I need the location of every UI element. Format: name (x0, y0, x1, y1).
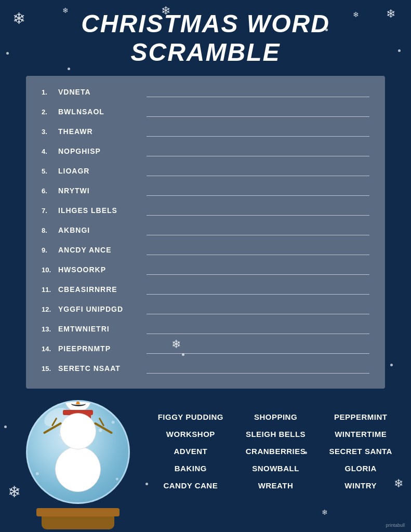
row-number: 15. (42, 365, 58, 373)
word-bank-item: SECRET SANTA (321, 445, 401, 458)
answer-line[interactable] (147, 304, 369, 314)
row-number: 5. (42, 167, 58, 175)
scrambled-word: CBEASIRNRRE (58, 285, 141, 294)
scramble-row: 9.ANCDY ANCE (42, 241, 369, 259)
scramble-row: 3.THEAWR (42, 123, 369, 140)
word-bank-item: PEPPERMINT (321, 410, 401, 423)
scramble-row: 13.EMTWNIETRI (42, 320, 369, 338)
word-bank-item: CANDY CANE (151, 479, 231, 492)
globe-snowflake: ❄ (38, 412, 43, 419)
answer-line[interactable] (147, 284, 369, 295)
globe-circle: ❄ ❄ ❄ ❄ ❄ ❄ (26, 400, 130, 504)
scramble-row: 11.CBEASIRNRRE (42, 281, 369, 298)
answer-line[interactable] (147, 185, 369, 196)
row-number: 11. (42, 286, 58, 294)
dot-decoration (398, 49, 401, 52)
scrambled-word: VDNETA (58, 88, 141, 96)
row-number: 1. (42, 88, 58, 96)
word-bank-item: SNOWBALL (236, 462, 316, 475)
word-bank-item: WREATH (236, 479, 316, 492)
answer-line[interactable] (147, 324, 369, 334)
dot-decoration (390, 364, 393, 366)
answer-line[interactable] (147, 343, 369, 354)
row-number: 2. (42, 108, 58, 116)
row-number: 10. (42, 266, 58, 274)
row-number: 13. (42, 325, 58, 333)
answer-line[interactable] (147, 225, 369, 235)
scramble-row: 5.LIOAGR (42, 162, 369, 180)
scramble-row: 7.ILHGES LBELS (42, 202, 369, 219)
globe-snowflake: ❄ (111, 420, 115, 425)
globe-snowflake: ❄ (35, 471, 39, 476)
answer-line[interactable] (147, 264, 369, 275)
word-bank-item: WINTRY (321, 479, 401, 492)
scramble-row: 10.HWSOORKP (42, 261, 369, 278)
answer-line[interactable] (147, 363, 369, 374)
dot-decoration (6, 52, 9, 55)
answer-line[interactable] (147, 205, 369, 216)
scrambled-word: YGGFI UNIPDGD (58, 305, 141, 313)
dot-decoration (145, 483, 148, 485)
dot-decoration (304, 451, 307, 454)
word-bank-item: SLEIGH BELLS (236, 428, 316, 441)
answer-line[interactable] (147, 87, 369, 97)
scrambled-word: SERETC NSAAT (58, 364, 141, 373)
snowman-body-upper (60, 413, 96, 449)
globe-base-top (36, 508, 120, 516)
word-bank-item: CRANBERRIES (236, 445, 316, 458)
row-number: 4. (42, 148, 58, 155)
bottom-section: ❄ ❄ ❄ ❄ ❄ ❄ (0, 395, 411, 532)
dot-decoration (68, 68, 70, 70)
word-bank-grid: FIGGY PUDDINGSHOPPINGPEPPERMINTWORKSHOPS… (151, 410, 401, 492)
globe-snowflake: ❄ (115, 477, 119, 482)
scrambled-word: THEAWR (58, 127, 141, 136)
snowman (55, 400, 101, 492)
printabull-logo: printabull (386, 523, 405, 528)
page-title: CHRISTMAS WORD SCRAMBLE (0, 0, 411, 72)
answer-line[interactable] (147, 126, 369, 137)
scramble-row: 6.NRYTWI (42, 182, 369, 200)
scramble-row: 4.NOPGHISP (42, 142, 369, 160)
word-bank: FIGGY PUDDINGSHOPPINGPEPPERMINTWORKSHOPS… (151, 400, 401, 492)
scramble-row: 1.VDNETA (42, 83, 369, 101)
page: ❄ ❄ ❄ ❄ ❄ CHRISTMAS WORD SCRAMBLE 1.VDNE… (0, 0, 411, 532)
scrambled-word: LIOAGR (58, 167, 141, 175)
row-number: 7. (42, 207, 58, 215)
answer-line[interactable] (147, 166, 369, 176)
scrambled-word: NRYTWI (58, 187, 141, 195)
word-bank-item: WORKSHOP (151, 428, 231, 441)
row-number: 9. (42, 246, 58, 254)
row-number: 12. (42, 305, 58, 313)
answer-line[interactable] (147, 146, 369, 156)
snowman-arm-right (94, 422, 113, 434)
scrambled-word: EMTWNIETRI (58, 325, 141, 333)
dot-decoration (325, 29, 328, 31)
scrambled-word: HWSOORKP (58, 265, 141, 274)
word-bank-item: BAKING (151, 462, 231, 475)
scramble-row: 8.AKBNGI (42, 221, 369, 239)
scramble-row: 12.YGGFI UNIPDGD (42, 300, 369, 318)
scrambled-word: NOPGHISP (58, 147, 141, 155)
scrambled-word: BWLNSAOL (58, 108, 141, 116)
row-number: 6. (42, 187, 58, 195)
scrambled-word: AKBNGI (58, 226, 141, 234)
row-number: 3. (42, 128, 58, 136)
dot-decoration (182, 353, 184, 356)
answer-line[interactable] (147, 245, 369, 255)
word-bank-item: ADVENT (151, 445, 231, 458)
scramble-row: 2.BWLNSAOL (42, 103, 369, 121)
scrambled-word: ILHGES LBELS (58, 206, 141, 215)
snow-globe: ❄ ❄ ❄ ❄ ❄ ❄ (21, 400, 135, 514)
word-bank-item: GLORIA (321, 462, 401, 475)
snowman-body-lower (55, 446, 101, 492)
scrambled-word: PIEEPRNMTP (58, 344, 141, 353)
scrambled-word: ANCDY ANCE (58, 246, 141, 254)
answer-line[interactable] (147, 107, 369, 117)
word-bank-item: SHOPPING (236, 410, 316, 423)
scramble-box: 1.VDNETA2.BWLNSAOL3.THEAWR4.NOPGHISP5.LI… (26, 76, 385, 389)
scramble-row: 15.SERETC NSAAT (42, 360, 369, 377)
dot-decoration (4, 425, 7, 428)
snow-globe-container: ❄ ❄ ❄ ❄ ❄ ❄ (16, 400, 140, 529)
snowman-smile (71, 401, 86, 406)
row-number: 8. (42, 227, 58, 234)
